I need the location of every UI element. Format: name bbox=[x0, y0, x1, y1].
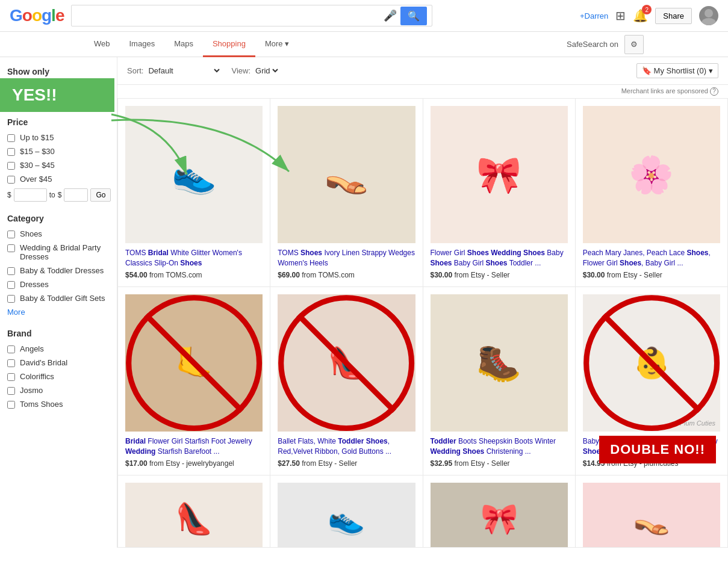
shortlist-label: My Shortlist (0) bbox=[654, 66, 706, 75]
share-button[interactable]: Share bbox=[655, 8, 692, 24]
merchant-info-icon[interactable]: ? bbox=[710, 87, 718, 96]
product-1-image: 👟 bbox=[125, 106, 263, 243]
sidebar: Show only In stock nearby New items Pric… bbox=[0, 57, 117, 548]
product-3-title: Flower Girl Shoes Wedding Shoes Baby Sho… bbox=[431, 248, 568, 268]
brand-josmo[interactable]: Josmo bbox=[7, 386, 110, 395]
product-4-title: Peach Mary Janes, Peach Lace Shoes, Flow… bbox=[583, 248, 720, 268]
product-12-image: 👡 bbox=[583, 483, 720, 548]
google-logo: Google bbox=[10, 6, 64, 25]
shoes-checkbox[interactable] bbox=[7, 231, 15, 238]
header: Google toddlers wedding shoes 🎤 🔍 +Darre… bbox=[0, 0, 728, 32]
price-under-15[interactable]: Up to $15 bbox=[7, 133, 110, 142]
product-8-image: 👶 Plum Cuties bbox=[583, 294, 720, 432]
product-6[interactable]: 👠 Ballet Flats, White Toddler Shoes, Red… bbox=[270, 287, 423, 475]
price-30-45[interactable]: $30 – $45 bbox=[7, 161, 110, 170]
brand-toms-shoes[interactable]: Toms Shoes bbox=[7, 400, 110, 409]
product-5[interactable]: 🦶 Bridal Flower Girl Starfish Foot Jewel… bbox=[118, 287, 270, 475]
product-1[interactable]: 👟 TOMS Bridal White Glitter Women's Clas… bbox=[118, 99, 270, 287]
brand-angels[interactable]: Angels bbox=[7, 344, 110, 353]
price-min-input[interactable] bbox=[14, 188, 47, 202]
product-7-image: 🥾 bbox=[431, 294, 568, 432]
product-11-image: 🎀 bbox=[431, 483, 568, 548]
product-9[interactable]: 👠 bbox=[118, 475, 270, 548]
search-button[interactable]: 🔍 bbox=[400, 7, 427, 25]
josmo-checkbox[interactable] bbox=[7, 387, 15, 395]
product-3[interactable]: 🎀 Flower Girl Shoes Wedding Shoes Baby S… bbox=[423, 99, 576, 287]
category-section: Category Shoes Wedding & Bridal Party Dr… bbox=[7, 214, 110, 317]
product-1-price: $54.00 from TOMS.com bbox=[125, 271, 263, 279]
user-avatar[interactable] bbox=[699, 6, 718, 25]
product-3-image: 🎀 bbox=[431, 106, 568, 243]
brand-section: Brand Angels David's Bridal Coloriffics … bbox=[7, 329, 110, 409]
product-2-price: $69.00 from TOMS.com bbox=[278, 271, 415, 279]
price-range-inputs: $ to $ Go bbox=[7, 188, 110, 202]
notification-badge: 2 bbox=[642, 5, 652, 14]
tab-maps[interactable]: Maps bbox=[164, 32, 203, 57]
merchant-note: Merchant links are sponsored ? bbox=[117, 85, 728, 99]
tab-images[interactable]: Images bbox=[120, 32, 165, 57]
product-7[interactable]: 🥾 Toddler Boots Sheepskin Boots Winter W… bbox=[423, 287, 576, 475]
brand-davids-bridal[interactable]: David's Bridal bbox=[7, 358, 110, 367]
price-15-30[interactable]: $15 – $30 bbox=[7, 147, 110, 156]
price-over-45[interactable]: Over $45 bbox=[7, 175, 110, 184]
product-9-image: 👠 bbox=[125, 483, 263, 548]
tab-web[interactable]: Web bbox=[84, 32, 120, 57]
sort-control: Sort: Default Price: Low to High Price: … bbox=[127, 66, 222, 76]
product-4-price: $30.00 from Etsy - Seller bbox=[583, 271, 720, 279]
product-5-title: Bridal Flower Girl Starfish Foot Jewelry… bbox=[125, 436, 263, 457]
brand-coloriffics[interactable]: Coloriffics bbox=[7, 372, 110, 381]
content-area: Sort: Default Price: Low to High Price: … bbox=[117, 57, 728, 548]
settings-gear-icon[interactable]: ⚙ bbox=[624, 35, 644, 54]
sort-select[interactable]: Default Price: Low to High Price: High t… bbox=[146, 66, 222, 76]
view-select[interactable]: Grid List bbox=[253, 66, 280, 76]
toolbar: Sort: Default Price: Low to High Price: … bbox=[117, 57, 728, 85]
dresses-checkbox[interactable] bbox=[7, 281, 15, 289]
toms-shoes-checkbox[interactable] bbox=[7, 401, 15, 409]
apps-icon[interactable]: ⊞ bbox=[615, 8, 626, 23]
tab-shopping[interactable]: Shopping bbox=[203, 32, 255, 57]
price-title: Price bbox=[7, 117, 110, 127]
baby-gift-sets-checkbox[interactable] bbox=[7, 295, 15, 303]
product-grid: 👟 TOMS Bridal White Glitter Women's Clas… bbox=[117, 99, 728, 548]
product-11[interactable]: 🎀 bbox=[423, 475, 576, 548]
product-2[interactable]: 👡 TOMS Shoes Ivory Linen Strappy Wedges … bbox=[270, 99, 423, 287]
tab-more[interactable]: More ▾ bbox=[255, 32, 299, 57]
product-10-image: 👟 bbox=[278, 483, 415, 548]
product-7-title: Toddler Boots Sheepskin Boots Winter Wed… bbox=[431, 436, 568, 457]
notifications-icon[interactable]: 🔔 2 bbox=[633, 8, 648, 23]
product-4-image: 🌸 bbox=[583, 106, 720, 243]
product-4[interactable]: 🌸 Peach Mary Janes, Peach Lace Shoes, Fl… bbox=[576, 99, 728, 287]
product-10[interactable]: 👟 bbox=[270, 475, 423, 548]
price-15-30-checkbox[interactable] bbox=[7, 148, 15, 156]
user-profile-link[interactable]: +Darren bbox=[580, 11, 608, 20]
nav-right: SafeSearch on ⚙ bbox=[567, 35, 644, 54]
category-dresses[interactable]: Dresses bbox=[7, 280, 110, 289]
sort-label: Sort: bbox=[127, 66, 143, 75]
shortlist-button[interactable]: 🔖 My Shortlist (0) ▾ bbox=[636, 63, 718, 78]
microphone-icon[interactable]: 🎤 bbox=[384, 9, 397, 22]
svg-point-0 bbox=[705, 9, 713, 17]
price-go-button[interactable]: Go bbox=[90, 188, 111, 202]
product-12[interactable]: 👡 bbox=[576, 475, 728, 548]
davids-bridal-checkbox[interactable] bbox=[7, 359, 15, 367]
price-30-45-checkbox[interactable] bbox=[7, 162, 15, 170]
product-2-image: 👡 bbox=[278, 106, 415, 243]
category-baby-gift-sets[interactable]: Baby & Toddler Gift Sets bbox=[7, 294, 110, 303]
category-more-link[interactable]: More bbox=[7, 308, 110, 317]
shortlist-bookmark-icon: 🔖 bbox=[642, 66, 652, 75]
wedding-bridal-checkbox[interactable] bbox=[7, 244, 15, 252]
baby-toddler-dresses-checkbox[interactable] bbox=[7, 267, 15, 275]
category-shoes[interactable]: Shoes bbox=[7, 229, 110, 238]
product-5-image: 🦶 bbox=[125, 294, 263, 432]
angels-checkbox[interactable] bbox=[7, 345, 15, 353]
view-label: View: bbox=[231, 66, 250, 75]
category-wedding-bridal[interactable]: Wedding & Bridal Party Dresses bbox=[7, 243, 110, 261]
price-under-15-checkbox[interactable] bbox=[7, 134, 15, 142]
view-control: View: Grid List bbox=[231, 66, 280, 76]
price-max-input[interactable] bbox=[64, 188, 88, 202]
product-7-price: $32.95 from Etsy - Seller bbox=[431, 459, 568, 468]
category-baby-toddler-dresses[interactable]: Baby & Toddler Dresses bbox=[7, 266, 110, 275]
search-input[interactable]: toddlers wedding shoes bbox=[76, 10, 380, 21]
price-over-45-checkbox[interactable] bbox=[7, 176, 15, 184]
coloriffics-checkbox[interactable] bbox=[7, 373, 15, 381]
